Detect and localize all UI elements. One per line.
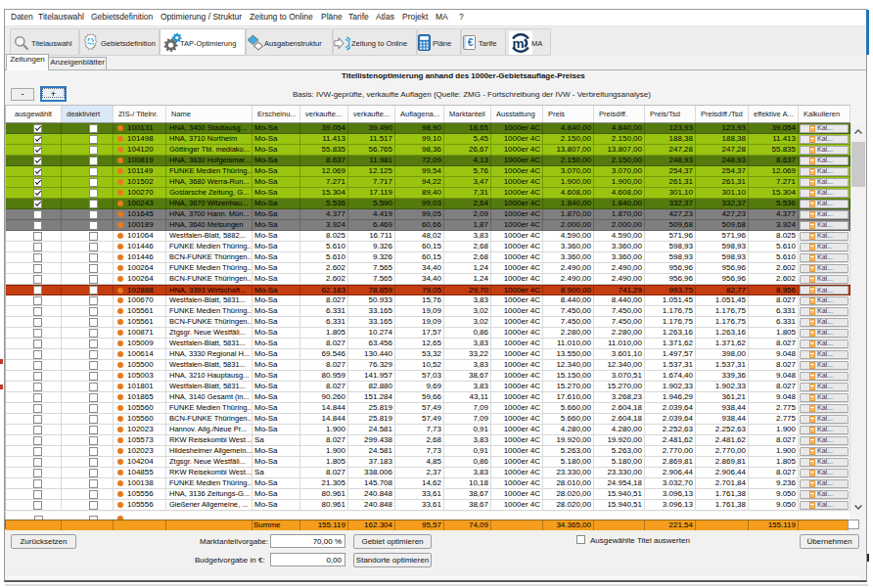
- svg-text:m: m: [513, 36, 525, 51]
- svg-text:€: €: [468, 37, 474, 48]
